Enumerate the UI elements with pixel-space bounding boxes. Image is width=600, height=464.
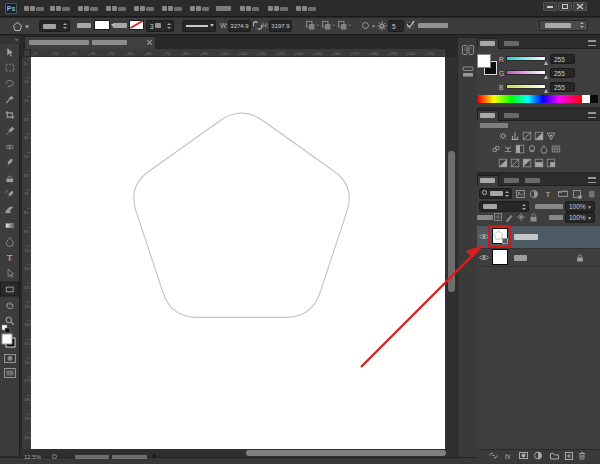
svg-text:30: 30	[91, 51, 96, 56]
svg-text:180: 180	[371, 51, 379, 56]
svg-text:50: 50	[128, 51, 133, 56]
svg-text:10: 10	[53, 51, 58, 56]
svg-text:60: 60	[147, 51, 152, 56]
svg-text:20: 20	[72, 51, 77, 56]
svg-text:190: 190	[390, 51, 398, 56]
svg-text:120: 120	[259, 51, 267, 56]
svg-text:70: 70	[165, 51, 170, 56]
svg-text:80: 80	[184, 51, 189, 56]
svg-text:100: 100	[222, 51, 230, 56]
svg-text:T: T	[7, 253, 13, 263]
svg-text:140: 140	[296, 51, 304, 56]
svg-text:60: 60	[24, 173, 29, 178]
svg-text:70: 70	[24, 191, 29, 196]
svg-text:80: 80	[24, 210, 29, 215]
svg-text:110: 110	[240, 51, 247, 56]
svg-text:40: 40	[24, 135, 29, 140]
svg-text:10: 10	[24, 79, 29, 84]
svg-text:40: 40	[109, 51, 114, 56]
svg-text:fx: fx	[505, 453, 511, 460]
svg-text:30: 30	[24, 117, 29, 122]
svg-text:90: 90	[203, 51, 208, 56]
svg-text:90: 90	[24, 229, 29, 234]
svg-text:T: T	[546, 190, 551, 199]
svg-text:50: 50	[24, 154, 29, 159]
svg-text:160: 160	[334, 51, 342, 56]
svg-text:130: 130	[278, 51, 286, 56]
svg-text:200: 200	[409, 51, 417, 56]
svg-text:150: 150	[315, 51, 323, 56]
svg-text:170: 170	[352, 51, 360, 56]
svg-text:20: 20	[24, 98, 29, 103]
svg-text:210: 210	[427, 51, 435, 56]
